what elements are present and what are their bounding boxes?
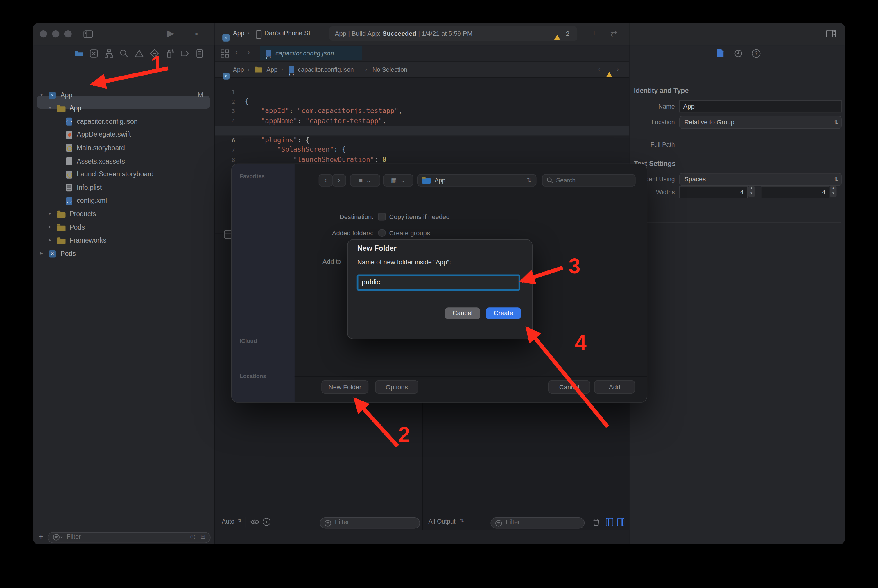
code-line-1[interactable]: 1 { bbox=[215, 78, 629, 87]
scm-filter-icon[interactable]: ⊞ bbox=[201, 533, 206, 540]
chevron-right-icon[interactable]: ▸ bbox=[49, 210, 51, 216]
variables-scope[interactable]: Auto bbox=[222, 518, 234, 525]
run-destination[interactable]: Dan's iPhone SE bbox=[264, 30, 313, 36]
new-folder-button[interactable]: New Folder bbox=[321, 380, 368, 394]
code-line-9[interactable]: 9 } bbox=[215, 155, 629, 164]
copy-items-checkbox[interactable] bbox=[378, 213, 386, 220]
scheme-name[interactable]: App bbox=[233, 30, 244, 36]
toggle-navigator-icon[interactable] bbox=[83, 23, 93, 44]
chevron-right-icon[interactable]: ▸ bbox=[41, 250, 43, 256]
help-inspector-icon[interactable]: ? bbox=[752, 49, 760, 57]
chevron-down-icon[interactable]: ▾ bbox=[49, 105, 51, 110]
icon-view-button[interactable]: ▦ ⌄ bbox=[383, 174, 413, 186]
tree-item-frameworks[interactable]: ▸ Frameworks bbox=[33, 234, 215, 247]
search-field[interactable]: Search bbox=[542, 174, 636, 186]
indent-width-stepper[interactable]: ▲▼ bbox=[830, 186, 836, 197]
breadcrumb-project[interactable]: App bbox=[233, 61, 244, 77]
tree-item-capacitor-config-json[interactable]: capacitor.config.json bbox=[33, 115, 215, 128]
test-navigator-icon[interactable] bbox=[150, 48, 159, 58]
close-window-button[interactable] bbox=[40, 30, 47, 38]
sheet-add-button[interactable]: Add bbox=[594, 380, 635, 394]
code-line-3[interactable]: 3 "appName": "capacitor-testapp", bbox=[215, 97, 629, 106]
source-control-navigator-icon[interactable] bbox=[89, 48, 99, 58]
tree-item-appdelegate-swift[interactable]: AppDelegate.swift bbox=[33, 128, 215, 141]
code-line-6-current[interactable]: 6 "SplashScreen": { bbox=[215, 126, 629, 135]
report-navigator-icon[interactable] bbox=[195, 48, 204, 58]
tab-capacitor-config-json[interactable]: capacitor.config.json bbox=[260, 46, 362, 60]
breadcrumb-file[interactable]: capacitor.config.json bbox=[298, 61, 354, 77]
issue-navigator-icon[interactable] bbox=[135, 48, 144, 58]
hide-console-pane-icon[interactable] bbox=[617, 518, 624, 526]
tree-item-products[interactable]: ▸ Products bbox=[33, 208, 215, 221]
chevron-down-icon[interactable]: ▾ bbox=[41, 92, 43, 97]
trash-icon[interactable] bbox=[593, 518, 600, 528]
dialog-cancel-button[interactable]: Cancel bbox=[445, 308, 480, 319]
tree-item-pods-project[interactable]: ▸ ✕ Pods bbox=[33, 247, 215, 260]
forward-button[interactable]: › bbox=[332, 174, 346, 186]
zoom-window-button[interactable] bbox=[65, 30, 72, 38]
tree-item-main-storyboard[interactable]: Main.storyboard bbox=[33, 141, 215, 154]
breadcrumb-group[interactable]: App bbox=[266, 61, 278, 77]
tab-width-field[interactable]: 4 bbox=[679, 186, 747, 198]
tree-item-assets-xcassets[interactable]: Assets.xcassets bbox=[33, 155, 215, 168]
find-navigator-icon[interactable] bbox=[119, 48, 129, 58]
toggle-inspector-icon[interactable] bbox=[826, 30, 836, 40]
code-line-8[interactable]: 8 } bbox=[215, 145, 629, 155]
current-folder-popup[interactable]: App ⇅ bbox=[417, 174, 537, 186]
options-button[interactable]: Options bbox=[375, 380, 418, 394]
console-filter-field[interactable]: Filter bbox=[491, 518, 585, 529]
library-add-icon[interactable]: + bbox=[591, 23, 597, 44]
navigator-filter-field[interactable]: Filter ◷ ⊞ bbox=[48, 532, 211, 543]
variables-filter-field[interactable]: Filter bbox=[320, 518, 420, 529]
code-line-2[interactable]: 2 "appId": "com.capacitorjs.testapp", bbox=[215, 87, 629, 97]
history-inspector-icon[interactable] bbox=[734, 49, 743, 60]
dialog-create-button[interactable]: Create bbox=[486, 308, 521, 319]
breakpoint-navigator-icon[interactable] bbox=[180, 48, 189, 58]
file-inspector-icon[interactable] bbox=[717, 48, 724, 60]
project-navigator-icon[interactable] bbox=[74, 48, 83, 58]
run-button[interactable]: ▶ bbox=[167, 23, 174, 44]
sheet-cancel-button[interactable]: Cancel bbox=[548, 380, 590, 394]
breadcrumb-selection[interactable]: No Selection bbox=[372, 61, 407, 77]
list-view-button[interactable]: ≡ ⌄ bbox=[350, 174, 380, 186]
tree-item-config-xml[interactable]: config.xml bbox=[33, 194, 215, 207]
back-icon[interactable]: ‹ bbox=[235, 48, 238, 56]
code-line-5[interactable]: 5 "plugins": { bbox=[215, 116, 629, 126]
indent-using-popup[interactable]: Spaces ⇅ bbox=[679, 173, 842, 186]
symbol-navigator-icon[interactable] bbox=[104, 48, 114, 58]
indent-width-field[interactable]: 4 bbox=[761, 186, 829, 198]
tree-item-app-folder[interactable]: ▾ App bbox=[33, 102, 215, 115]
warning-icon[interactable] bbox=[554, 31, 560, 45]
previous-issue-icon[interactable]: ‹ bbox=[598, 61, 600, 77]
create-groups-radio[interactable] bbox=[378, 229, 386, 237]
warning-count[interactable]: 2 bbox=[566, 26, 569, 41]
code-line-7[interactable]: 7 "launchShowDuration": 0 bbox=[215, 136, 629, 145]
hide-variables-pane-icon[interactable] bbox=[606, 518, 613, 526]
recent-files-icon[interactable]: ◷ bbox=[190, 533, 195, 540]
editor-arrows-icon[interactable]: ⇄ bbox=[611, 23, 617, 44]
tree-item-launchscreen-storyboard[interactable]: LaunchScreen.storyboard bbox=[33, 168, 215, 181]
debug-navigator-icon[interactable] bbox=[165, 48, 174, 58]
location-popup[interactable]: Relative to Group ⇅ bbox=[679, 116, 842, 128]
forward-icon[interactable]: › bbox=[248, 48, 250, 56]
search-icon bbox=[546, 177, 553, 185]
scheme-app-icon[interactable]: ✕ bbox=[222, 30, 230, 41]
tree-item-info-plist[interactable]: Info.plist bbox=[33, 181, 215, 194]
back-button[interactable]: ‹ bbox=[319, 174, 333, 186]
name-field[interactable]: App bbox=[679, 100, 842, 112]
info-icon[interactable]: i bbox=[263, 518, 270, 526]
minimize-window-button[interactable] bbox=[52, 30, 59, 38]
chevron-right-icon[interactable]: ▸ bbox=[49, 224, 51, 229]
stop-button[interactable]: ▪ bbox=[195, 23, 198, 44]
code-line-4[interactable]: 4 "webDir": "build", bbox=[215, 106, 629, 116]
add-item-icon[interactable]: + bbox=[39, 532, 43, 541]
tree-item-app-project[interactable]: ▾ ✕ App M bbox=[33, 88, 215, 102]
related-items-icon[interactable] bbox=[221, 49, 229, 60]
next-issue-icon[interactable]: › bbox=[617, 61, 619, 77]
tab-width-stepper[interactable]: ▲▼ bbox=[748, 186, 755, 197]
eye-icon[interactable] bbox=[251, 519, 260, 526]
tree-item-pods-folder[interactable]: ▸ Pods bbox=[33, 221, 215, 234]
chevron-right-icon[interactable]: ▸ bbox=[49, 237, 51, 242]
output-scope[interactable]: All Output bbox=[428, 518, 455, 525]
folder-name-input[interactable]: public bbox=[359, 276, 519, 289]
